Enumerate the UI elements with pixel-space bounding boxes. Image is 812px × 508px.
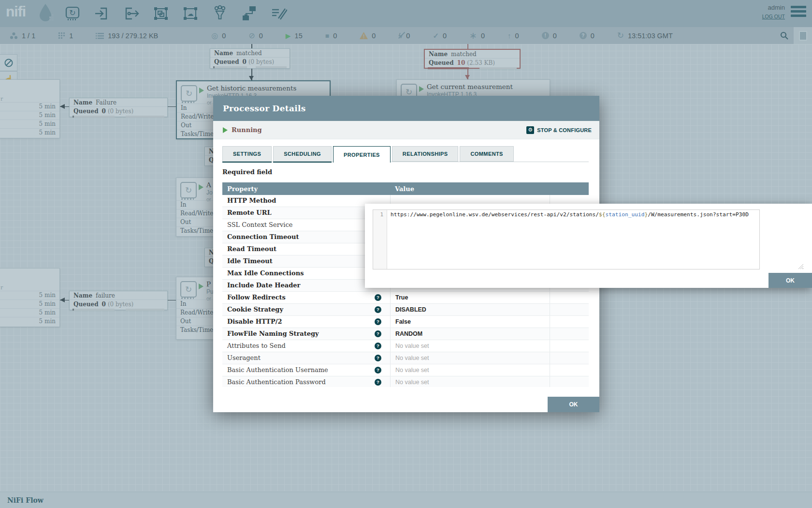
property-row[interactable]: Disable HTTP/2?False [222,316,589,328]
property-name: Follow Redirects? [222,292,390,303]
help-icon[interactable]: ? [375,379,381,386]
value-column-header: Value [390,185,550,193]
help-icon[interactable]: ? [375,306,381,313]
el-variable: station_uuid [606,211,645,218]
help-icon[interactable]: ? [375,343,381,349]
property-value[interactable]: No value set [390,352,550,364]
editor-ok-button[interactable]: OK [768,273,812,288]
dialog-title: Processor Details [223,104,306,113]
property-name: Attributes to Send? [222,340,390,352]
property-value[interactable]: No value set [390,364,550,376]
property-row[interactable]: Basic Authentication Password?No value s… [222,376,589,387]
property-value[interactable]: True [390,292,550,303]
editor-line-number: 1 [373,210,387,269]
editor-code-line[interactable]: https://www.pegelonline.wsv.de/webservic… [387,210,759,269]
tab-relationships[interactable]: RELATIONSHIPS [392,146,459,162]
property-row[interactable]: Attributes to Send?No value set [222,340,589,352]
dialog-tabs: SETTINGSSCHEDULINGPROPERTIESRELATIONSHIP… [222,146,589,163]
property-row[interactable]: Basic Authentication Username?No value s… [222,364,589,376]
property-name: FlowFile Naming Strategy? [222,328,390,340]
property-row[interactable]: Cookie Strategy?DISABLED [222,304,589,316]
property-value[interactable]: DISABLED [390,304,550,315]
dialog-status-strip: Running ⚙ STOP & CONFIGURE [213,121,599,139]
property-value[interactable]: False [390,316,550,328]
tab-settings[interactable]: SETTINGS [222,146,272,162]
property-name: Basic Authentication Username? [222,364,390,376]
run-status: Running [232,126,262,134]
stop-gear-icon: ⚙ [526,126,534,134]
property-name: Basic Authentication Password? [222,376,390,387]
value-editor-popup: 1 https://www.pegelonline.wsv.de/webserv… [365,204,812,288]
dialog-ok-button[interactable]: OK [548,397,599,412]
property-row[interactable]: Follow Redirects?True [222,292,589,304]
tab-comments[interactable]: COMMENTS [460,146,513,162]
property-name: Cookie Strategy? [222,304,390,315]
property-column-header: Property [222,185,390,193]
property-value[interactable]: No value set [390,376,550,387]
required-field-note: Required field [222,168,272,176]
running-play-icon [223,127,228,133]
help-icon[interactable]: ? [375,330,381,337]
property-name: Useragent? [222,352,390,364]
properties-table-header: Property Value [222,182,589,195]
help-icon[interactable]: ? [375,367,381,374]
property-row[interactable]: Useragent?No value set [222,352,589,364]
tab-scheduling[interactable]: SCHEDULING [273,146,332,162]
property-value[interactable]: No value set [390,340,550,352]
help-icon[interactable]: ? [375,355,381,361]
nifi-app: nifi ↻ ☁ [0,0,812,508]
help-icon[interactable]: ? [375,294,381,301]
property-value[interactable]: RANDOM [390,328,550,340]
tab-properties[interactable]: PROPERTIES [333,146,391,163]
value-editor[interactable]: 1 https://www.pegelonline.wsv.de/webserv… [373,209,760,269]
property-row[interactable]: FlowFile Naming Strategy?RANDOM [222,328,589,340]
el-open: ${ [599,211,605,218]
dialog-header: Processor Details [213,96,599,121]
help-icon[interactable]: ? [375,318,381,325]
stop-configure-button[interactable]: ⚙ STOP & CONFIGURE [526,126,592,134]
editor-resize-handle[interactable] [798,264,803,269]
property-name: Disable HTTP/2? [222,316,390,328]
